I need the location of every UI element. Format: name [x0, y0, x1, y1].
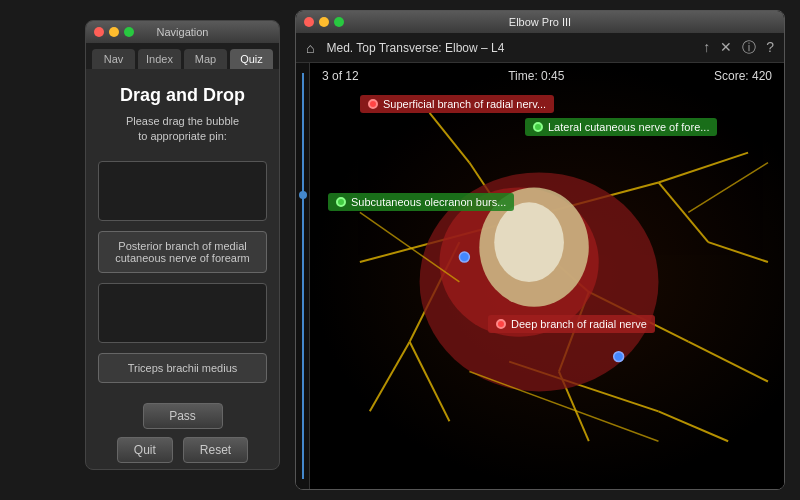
tab-index[interactable]: Index — [138, 49, 181, 69]
main-panel: Elbow Pro III ⌂ Med. Top Transverse: Elb… — [295, 10, 785, 490]
pin-blue-2 — [614, 352, 624, 362]
label-subcutaneous: Subcutaneous olecranon burs... — [328, 193, 514, 211]
quiz-subtitle: Please drag the bubbleto appropriate pin… — [98, 114, 267, 145]
share-icon[interactable]: ↑ — [703, 39, 710, 57]
main-close-button[interactable] — [304, 17, 314, 27]
svg-point-20 — [494, 202, 564, 282]
maximize-button[interactable] — [124, 27, 134, 37]
svg-line-9 — [370, 342, 410, 412]
bottom-buttons: Quit Reset — [98, 437, 267, 463]
quiz-title: Drag and Drop — [98, 85, 267, 106]
main-window-controls — [304, 17, 344, 27]
main-toolbar: ⌂ Med. Top Transverse: Elbow – L4 ↑ ✕ ⓘ … — [296, 33, 784, 63]
reset-button[interactable]: Reset — [183, 437, 248, 463]
draggable-item-1[interactable]: Posterior branch of medial cutaneous ner… — [98, 231, 267, 273]
svg-line-14 — [708, 242, 768, 262]
pass-button[interactable]: Pass — [143, 403, 223, 429]
home-icon[interactable]: ⌂ — [306, 40, 314, 56]
nav-tabs: Nav Index Map Quiz — [86, 43, 279, 69]
drop-zone-1[interactable] — [98, 161, 267, 221]
svg-line-2 — [658, 153, 748, 183]
tab-map[interactable]: Map — [184, 49, 227, 69]
svg-line-16 — [658, 411, 728, 441]
draggable-item-2[interactable]: Triceps brachii medius — [98, 353, 267, 383]
help-icon[interactable]: ? — [766, 39, 774, 57]
main-minimize-button[interactable] — [319, 17, 329, 27]
progress-sidebar — [296, 63, 310, 489]
quit-button[interactable]: Quit — [117, 437, 173, 463]
progress-line — [302, 73, 304, 479]
drop-zone-2[interactable] — [98, 283, 267, 343]
dot-green-1 — [533, 122, 543, 132]
tools-icon[interactable]: ✕ — [720, 39, 732, 57]
svg-line-5 — [688, 342, 768, 382]
nav-panel-title: Navigation — [157, 26, 209, 38]
progress-dot — [299, 191, 307, 199]
close-button[interactable] — [94, 27, 104, 37]
main-body: 3 of 12 Time: 0:45 Score: 420 — [296, 63, 784, 489]
quiz-content: Drag and Drop Please drag the bubbleto a… — [86, 69, 279, 470]
label-lateral: Lateral cutaneous nerve of fore... — [525, 118, 717, 136]
label-superficial: Superficial branch of radial nerv... — [360, 95, 554, 113]
window-controls — [94, 27, 134, 37]
dot-red-1 — [368, 99, 378, 109]
main-titlebar: Elbow Pro III — [296, 11, 784, 33]
minimize-button[interactable] — [109, 27, 119, 37]
navigation-panel: Navigation Nav Index Map Quiz Drag and D… — [85, 20, 280, 470]
main-maximize-button[interactable] — [334, 17, 344, 27]
dot-green-2 — [336, 197, 346, 207]
breadcrumb: Med. Top Transverse: Elbow – L4 — [326, 41, 691, 55]
toolbar-icons: ↑ ✕ ⓘ ? — [703, 39, 774, 57]
anatomy-view[interactable]: 3 of 12 Time: 0:45 Score: 420 — [310, 63, 784, 489]
pin-blue-1 — [459, 252, 469, 262]
nav-titlebar: Navigation — [86, 21, 279, 43]
tab-quiz[interactable]: Quiz — [230, 49, 273, 69]
dot-red-2 — [496, 319, 506, 329]
main-panel-title: Elbow Pro III — [509, 16, 571, 28]
svg-line-23 — [688, 163, 768, 213]
svg-line-13 — [658, 182, 708, 242]
tab-nav[interactable]: Nav — [92, 49, 135, 69]
label-deep: Deep branch of radial nerve — [488, 315, 655, 333]
svg-line-10 — [410, 342, 450, 422]
svg-line-12 — [430, 113, 470, 163]
info-icon[interactable]: ⓘ — [742, 39, 756, 57]
